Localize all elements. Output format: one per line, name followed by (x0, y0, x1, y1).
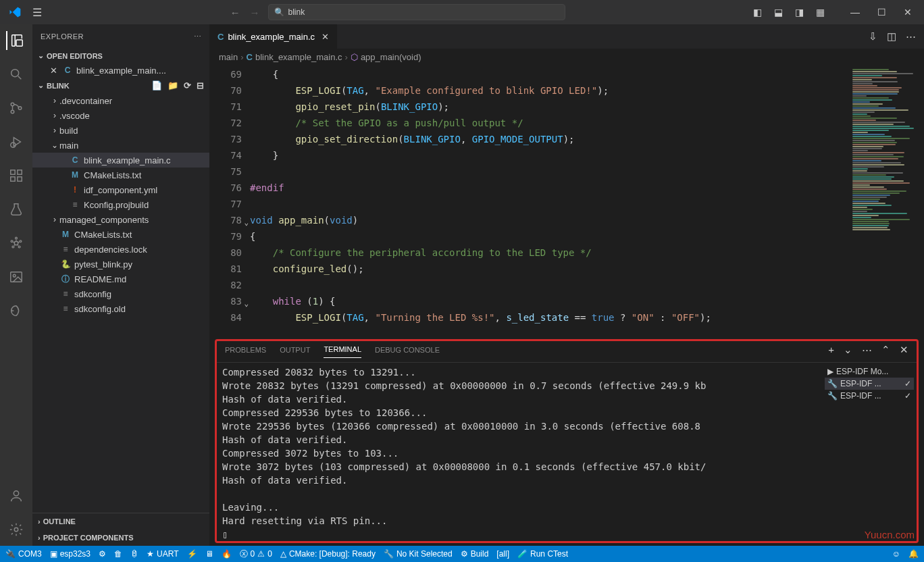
tree-item[interactable]: MCMakeLists.txt (32, 227, 209, 242)
svg-point-15 (11, 240, 13, 242)
tree-item[interactable]: 🐍pytest_blink.py (32, 257, 209, 272)
code-editor[interactable]: 69707172737475767778⌄7980818283⌄84 { ESP… (209, 65, 924, 336)
terminal-more-icon[interactable]: ⋯ (862, 344, 872, 360)
status-cmake-build[interactable]: ⚙Build (461, 549, 489, 559)
debug-icon[interactable] (7, 132, 26, 151)
gear-icon: ⚙ (461, 549, 468, 559)
terminal-split-icon[interactable]: ⌄ (844, 344, 852, 360)
account-icon[interactable] (7, 486, 26, 505)
panel-close-icon[interactable]: ✕ (900, 344, 908, 360)
status-errs[interactable]: ⓧ0 ⚠0 (240, 548, 272, 560)
new-file-icon[interactable]: 📄 (151, 80, 162, 91)
explorer-icon[interactable] (6, 31, 25, 50)
tab-problems[interactable]: PROBLEMS (225, 346, 266, 358)
status-bell[interactable]: 🔔 (908, 549, 919, 559)
status-ctest[interactable]: 🧪Run CTest (517, 549, 568, 559)
wrench-icon: 🔧 (384, 549, 394, 559)
search-activity-icon[interactable] (7, 65, 26, 84)
editor-area: C blink_example_main.c ✕ ⇩ ◫ ⋯ main› C b… (209, 24, 924, 546)
layout-panel-left-icon[interactable]: ◧ (753, 7, 762, 18)
minimap[interactable] (850, 65, 924, 336)
bell-icon: 🔔 (908, 549, 919, 559)
file-tree: ›.devcontainer›.vscode›build⌄mainCblink_… (32, 93, 209, 513)
download-icon[interactable]: ⇩ (869, 30, 877, 43)
espressif-icon[interactable] (7, 234, 26, 253)
svg-rect-6 (11, 170, 15, 174)
tree-item[interactable]: ⓘREADME.md (32, 272, 209, 286)
tree-item[interactable]: ›managed_components (32, 212, 209, 227)
minimize-icon[interactable]: — (850, 7, 860, 18)
new-folder-icon[interactable]: 📁 (168, 80, 178, 91)
nav-back-icon[interactable]: ← (230, 7, 240, 18)
refresh-icon[interactable]: ⟳ (184, 80, 191, 91)
project-components-section[interactable]: ›PROJECT COMPONENTS (32, 530, 209, 546)
tree-item[interactable]: MCMakeLists.txt (32, 168, 209, 182)
sidebar: EXPLORER ⋯ ⌄OPEN EDITORS ✕ C blink_examp… (32, 24, 209, 546)
error-icon: ⓧ (240, 548, 248, 560)
tab-debug-console[interactable]: DEBUG CONSOLE (375, 346, 440, 358)
terminal-output[interactable]: Compressed 20832 bytes to 13291... Wrote… (217, 363, 822, 541)
breadcrumb[interactable]: main› C blink_example_main.c› ⬡ app_main… (209, 49, 924, 65)
image-icon[interactable] (7, 267, 26, 286)
testing-icon[interactable] (7, 200, 26, 219)
status-kit[interactable]: 🔧No Kit Selected (384, 549, 453, 559)
outline-section[interactable]: ›OUTLINE (32, 513, 209, 530)
svg-rect-7 (11, 177, 15, 181)
status-build[interactable]: 🛢 (130, 549, 138, 559)
panel-maximize-icon[interactable]: ⌃ (881, 344, 890, 360)
tab-output[interactable]: OUTPUT (280, 346, 310, 358)
tree-item[interactable]: ≡dependencies.lock (32, 242, 209, 257)
extensions-icon[interactable] (7, 166, 26, 185)
close-editor-icon[interactable]: ✕ (50, 66, 57, 76)
search-input[interactable]: 🔍 blink (268, 4, 565, 20)
terminal-list-item[interactable]: ▶ESP-IDF Mo... (825, 365, 914, 378)
status-port[interactable]: 🔌COM3 (5, 549, 42, 559)
status-clean[interactable]: 🗑 (114, 549, 122, 559)
open-editor-item[interactable]: ✕ C blink_example_main.... (32, 63, 209, 78)
new-terminal-icon[interactable]: + (828, 344, 834, 360)
layout-panel-right-icon[interactable]: ◨ (795, 7, 804, 18)
status-flame[interactable]: 🔥 (222, 549, 232, 559)
close-icon[interactable]: ✕ (904, 7, 912, 18)
nav-forward-icon[interactable]: → (250, 7, 260, 18)
split-editor-icon[interactable]: ◫ (887, 30, 896, 43)
tree-item[interactable]: ≡sdkconfig.old (32, 301, 209, 316)
terminal-list-item[interactable]: 🔧ESP-IDF ...✓ (825, 390, 914, 402)
terminal-list-item[interactable]: 🔧ESP-IDF ...✓ (825, 378, 914, 390)
tree-item[interactable]: ›build (32, 123, 209, 138)
status-feedback[interactable]: ☺ (892, 549, 900, 559)
project-section[interactable]: ⌄BLINK 📄 📁 ⟳ ⊟ (32, 78, 209, 93)
maximize-icon[interactable]: ☐ (877, 7, 886, 18)
tree-item[interactable]: ⌄main (32, 138, 209, 153)
more-actions-icon[interactable]: ⋯ (906, 30, 916, 43)
menu-icon[interactable]: ☰ (32, 6, 42, 19)
status-target[interactable]: ▣esp32s3 (50, 549, 91, 559)
tree-item[interactable]: ≡sdkconfig (32, 286, 209, 301)
gear-icon[interactable] (7, 520, 26, 539)
open-editors-section[interactable]: ⌄OPEN EDITORS (32, 49, 209, 63)
layout-panel-bottom-icon[interactable]: ⬓ (774, 7, 783, 18)
tree-item[interactable]: ›.devcontainer (32, 93, 209, 108)
tree-item[interactable]: Cblink_example_main.c (32, 153, 209, 168)
scm-icon[interactable] (7, 99, 26, 118)
collapse-icon[interactable]: ⊟ (197, 80, 204, 91)
tab-blink-main[interactable]: C blink_example_main.c ✕ (209, 24, 338, 49)
c-file-icon: C (247, 52, 253, 62)
trash-icon: 🗑 (114, 549, 122, 559)
status-all[interactable]: [all] (496, 549, 509, 559)
layout-customize-icon[interactable]: ▦ (816, 7, 825, 18)
tree-item[interactable]: ≡Kconfig.projbuild (32, 197, 209, 212)
tab-terminal[interactable]: TERMINAL (324, 345, 361, 358)
status-monitor[interactable]: 🖥 (205, 549, 213, 559)
status-flash[interactable]: ⚡ (187, 549, 197, 559)
svg-point-12 (20, 240, 22, 242)
status-config[interactable]: ⚙ (99, 549, 106, 559)
more-icon[interactable]: ⋯ (194, 32, 202, 41)
status-cmake[interactable]: △CMake: [Debug]: Ready (280, 549, 376, 559)
remote-icon[interactable] (7, 301, 26, 320)
tree-item[interactable]: ›.vscode (32, 108, 209, 123)
tab-close-icon[interactable]: ✕ (322, 32, 329, 42)
status-uart[interactable]: ★UART (147, 549, 178, 559)
open-file-name: blink_example_main.... (76, 66, 166, 76)
tree-item[interactable]: !idf_component.yml (32, 182, 209, 197)
